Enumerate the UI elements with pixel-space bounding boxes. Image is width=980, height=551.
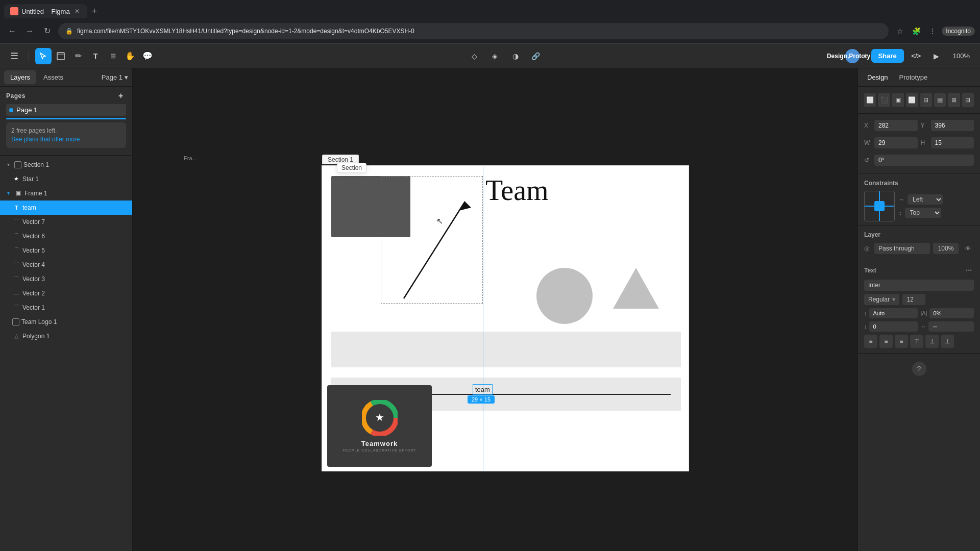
address-bar[interactable]: 🔒 figma.com/file/nMSTY1OKvvXSMLY18HsH41/… xyxy=(58,23,889,39)
text-align-right-btn[interactable]: ≡ xyxy=(895,335,908,348)
align-top-btn[interactable]: ⬜ xyxy=(906,93,918,107)
align-middle-v-btn[interactable]: ⊟ xyxy=(920,93,932,107)
bookmark-btn[interactable]: ☆ xyxy=(893,24,907,38)
extensions-btn[interactable]: 🧩 xyxy=(909,24,923,38)
menu-btn[interactable]: ☰ xyxy=(6,48,22,64)
select-tool-btn[interactable] xyxy=(35,48,52,64)
text-percent-value[interactable]: 0% xyxy=(929,308,974,318)
page-name-1: Page 1 xyxy=(16,106,37,114)
layer-vector2[interactable]: — Vector 2 xyxy=(0,286,132,300)
constraint-selects: ↔ Left Right Center Scale ↕ Top xyxy=(899,194,974,218)
prototype-tab[interactable]: Prototype xyxy=(894,70,933,84)
page-selector[interactable]: Page 1 ▾ xyxy=(102,70,128,84)
align-center-h-btn[interactable]: ⬛ xyxy=(878,93,890,107)
add-page-btn[interactable]: + xyxy=(116,91,126,101)
browser-nav: ← → ↻ xyxy=(5,24,54,38)
rotation-value[interactable]: 0° xyxy=(874,155,974,166)
page-item-1[interactable]: Page 1 xyxy=(6,104,126,116)
layer-vector1[interactable]: ⌒ Vector 1 xyxy=(0,300,132,315)
asset-btn[interactable]: ◇ xyxy=(467,48,483,64)
align-right-btn[interactable]: ▣ xyxy=(892,93,904,107)
letter-spacing-value[interactable]: ↔ xyxy=(928,321,974,332)
more-btn[interactable]: ⋮ xyxy=(925,24,940,38)
font-weight-select[interactable]: Regular ▾ xyxy=(864,294,899,305)
assets-tab[interactable]: Assets xyxy=(37,70,69,84)
canvas-area[interactable]: Fra... Section Section 1 xyxy=(133,68,857,551)
zoom-level[interactable]: 100% xyxy=(949,52,974,60)
hand-tool-btn[interactable]: ✋ xyxy=(122,48,138,64)
section-tooltip-text: Section xyxy=(341,164,362,171)
text-section: Text ⋯ Inter Regular ▾ 12 xyxy=(858,260,980,354)
visibility-toggle-btn[interactable]: 👁 xyxy=(962,242,974,255)
text-valign-middle-btn[interactable]: ⊥ xyxy=(925,335,939,348)
align-bottom-btn[interactable]: ▤ xyxy=(934,93,946,107)
code-view-btn[interactable]: </> xyxy=(908,48,924,64)
play-btn[interactable]: ▶ xyxy=(928,48,945,64)
active-tab[interactable]: Untitled – Figma ✕ xyxy=(4,4,87,18)
design-tab[interactable]: Design xyxy=(862,70,893,84)
y-value[interactable]: 396 xyxy=(931,120,974,131)
align-left-btn[interactable]: ⬜ xyxy=(864,93,876,107)
font-size-input[interactable]: 12 xyxy=(902,294,925,305)
logo-subtitle: PEOPLE COLLABORATIVE EFFORT xyxy=(342,448,416,452)
layer-vector6[interactable]: ⌒ Vector 6 xyxy=(0,229,132,243)
layer-vector7[interactable]: ⌒ Vector 7 xyxy=(0,215,132,229)
help-btn[interactable]: ? xyxy=(912,362,926,376)
text-align-left-btn[interactable]: ≡ xyxy=(864,335,877,348)
layer-frame1[interactable]: ▾ ▣ Frame 1 xyxy=(0,186,132,201)
forward-btn[interactable]: → xyxy=(22,24,37,38)
browser-toolbar: ← → ↻ 🔒 figma.com/file/nMSTY1OKvvXSMLY18… xyxy=(0,18,980,44)
distribute-h-btn[interactable]: ⊞ xyxy=(948,93,960,107)
layer-vector3[interactable]: ⌒ Vector 3 xyxy=(0,272,132,286)
constraint-h-select[interactable]: Left Right Center Scale xyxy=(908,194,943,205)
avatar-expand[interactable]: ▾ xyxy=(864,52,867,60)
components-tool-btn[interactable]: ⊞ xyxy=(105,48,121,64)
svg-marker-3 xyxy=(459,202,471,211)
toolbar-tools: ✏ T ⊞ ✋ 💬 xyxy=(35,48,156,64)
h-value[interactable]: 15 xyxy=(931,137,974,148)
text-valign-top-btn[interactable]: ⊤ xyxy=(910,335,923,348)
vector2-icon: — xyxy=(12,289,20,297)
frame-tool-btn[interactable] xyxy=(53,48,69,64)
constraint-v-select[interactable]: Top Bottom Center Scale xyxy=(905,208,941,218)
w-value[interactable]: 29 xyxy=(874,137,918,148)
layer-star1[interactable]: ★ Star 1 xyxy=(0,172,132,186)
tab-close-btn[interactable]: ✕ xyxy=(73,7,81,15)
layer-polygon1[interactable]: △ Polygon 1 xyxy=(0,329,132,343)
text-more-btn[interactable]: ⋯ xyxy=(964,265,974,276)
refresh-btn[interactable]: ↻ xyxy=(40,24,54,38)
distribute-v-btn[interactable]: ⊟ xyxy=(962,93,974,107)
constraint-v-line xyxy=(879,191,880,221)
layer-teamlogo1[interactable]: Team Logo 1 xyxy=(0,315,132,329)
layer-section1[interactable]: ▾ Section 1 xyxy=(0,158,132,172)
comment-tool-btn[interactable]: 💬 xyxy=(139,48,156,64)
frame-expand-icon: ▾ xyxy=(4,189,12,197)
text-tool-btn[interactable]: T xyxy=(87,48,104,64)
plans-link[interactable]: See plans that offer more xyxy=(11,136,80,143)
browser-tab-bar: Untitled – Figma ✕ + xyxy=(0,0,980,18)
layer-vector4[interactable]: ⌒ Vector 4 xyxy=(0,258,132,272)
avatar[interactable]: Design,Prototype xyxy=(845,49,860,63)
layer-team[interactable]: T team xyxy=(0,201,132,215)
share-btn[interactable]: Share xyxy=(871,49,904,63)
plugin-btn[interactable]: ◈ xyxy=(487,48,503,64)
layers-tab[interactable]: Layers xyxy=(4,70,36,84)
text-valign-bottom-btn[interactable]: ⊥ xyxy=(941,335,954,348)
pen-tool-btn[interactable]: ✏ xyxy=(70,48,86,64)
y-prop-row: Y 396 xyxy=(921,120,974,131)
new-tab-btn[interactable]: + xyxy=(87,4,102,18)
x-value[interactable]: 282 xyxy=(874,120,918,131)
auto-width-value[interactable]: Auto xyxy=(869,308,918,318)
theme-btn[interactable]: ◑ xyxy=(507,48,524,64)
layer-vector5[interactable]: ⌒ Vector 5 xyxy=(0,243,132,258)
link-btn[interactable]: 🔗 xyxy=(528,48,544,64)
pages-header: Pages + xyxy=(6,91,126,101)
font-family-select[interactable]: Inter xyxy=(864,280,974,291)
layer-mode-select[interactable]: Pass through xyxy=(874,243,930,254)
layer-opacity-value[interactable]: 100% xyxy=(933,243,959,254)
line-height-value[interactable]: 0 xyxy=(869,321,918,332)
back-btn[interactable]: ← xyxy=(5,24,19,38)
teamwork-logo: ★ Teamwork PEOPLE COLLABORATIVE EFFORT xyxy=(327,385,432,467)
text-align-center-btn[interactable]: ≡ xyxy=(879,335,893,348)
layer-name-team: team xyxy=(22,204,128,211)
